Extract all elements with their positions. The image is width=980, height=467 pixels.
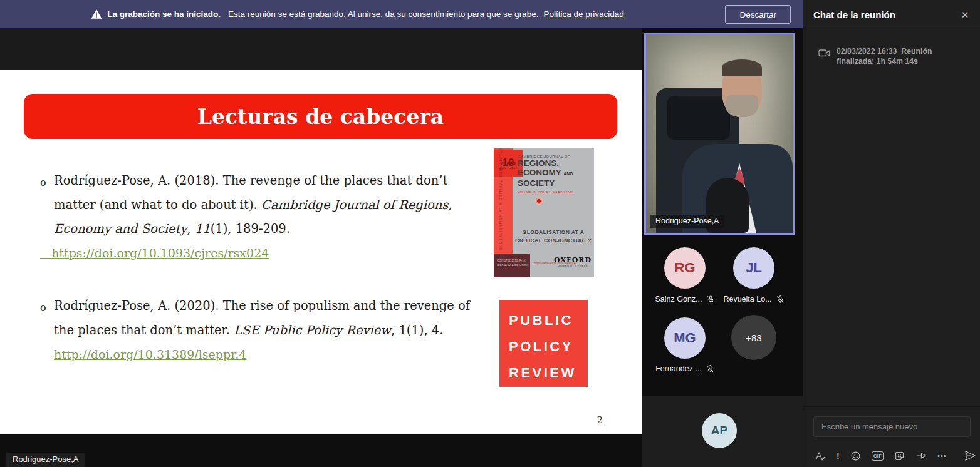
feature-line: GLOBALISATION AT A — [515, 228, 592, 237]
recording-consent-text: Esta reunión se está grabando. Al unirse… — [228, 9, 538, 19]
slide-page-number: 2 — [597, 414, 603, 426]
cover-feature-title: GLOBALISATION AT A CRITICAL CONJUNCTURE? — [515, 228, 592, 245]
reference-item: oRodríguez-Pose, A. (2018). The revenge … — [40, 169, 486, 242]
avatar-initials: JL — [746, 260, 762, 276]
cover-header-line: REGIONS, — [518, 158, 573, 168]
recording-started-label: La grabación se ha iniciado. — [107, 9, 221, 19]
cjres-journal-cover: 10 YEARS 2007 – 2017 CAMBRIDGE JOURNAL O… — [494, 148, 594, 277]
sticker-icon[interactable] — [894, 450, 905, 461]
cover-issn-block: ISSN 1752-1378 (Print) ISSN 1752-1386 (O… — [494, 254, 530, 277]
event-text: 02/03/2022 16:33 Reunión finalizada: 1h … — [837, 46, 959, 66]
compose-area: ! GIF — [803, 406, 980, 467]
forward-icon[interactable] — [915, 450, 927, 461]
participant-avatar-jl[interactable]: JL — [733, 247, 774, 289]
reference-text: (1), 189-209. — [211, 222, 290, 236]
cover-side-text: GLOBALISATION AT A CRITICAL CONJUNCTURE? — [499, 185, 503, 250]
more-options-icon[interactable]: ••• — [937, 450, 947, 461]
participant-name: Fernandez ... — [655, 364, 702, 373]
recording-banner-text: La grabación se ha iniciado. Esta reunió… — [91, 9, 623, 19]
speaker-video-tile[interactable]: Rodriguez-Pose,A — [644, 33, 795, 235]
feature-line: CRITICAL CONJUNCTURE? — [515, 237, 592, 245]
doi-link[interactable]: http://doi.org/10.31389/lseppr.4 — [54, 342, 486, 367]
chat-header: Chat de la reunión — [803, 0, 980, 29]
cover-target-dot — [535, 197, 543, 205]
participant-avatar-mg[interactable]: MG — [664, 317, 706, 359]
stage-top-strip — [0, 28, 642, 70]
cover-header-and: AND — [563, 172, 573, 176]
teams-meeting-window: La grabación se ha iniciado. Esta reunió… — [0, 0, 980, 467]
cover-header-line: ECONOMY — [518, 168, 561, 177]
publisher-sub: UNIVERSITY PRESS — [554, 264, 592, 267]
participant-label: Revuelta Lo... — [713, 295, 795, 304]
gif-label: GIF — [872, 451, 884, 461]
ppr-journal-cover: PUBLIC POLICY REVIEW — [499, 300, 588, 387]
cover-header-line: SOCIETY — [518, 178, 573, 188]
message-input[interactable] — [813, 416, 971, 437]
speaker-hair — [722, 59, 762, 76]
dismiss-button[interactable]: Descartar — [725, 5, 791, 24]
issn-line: ISSN 1752-1378 (Print) — [497, 259, 530, 263]
doi-link[interactable]: https://doi.org/10.1093/cjres/rsx024 — [40, 246, 269, 260]
slide-title-text: Lecturas de cabecera — [197, 105, 444, 129]
participant-avatar-ap[interactable]: AP — [702, 413, 737, 448]
participant-label: Fernandez ... — [644, 364, 726, 373]
participants-rail: Rodriguez-Pose,A RG JL Sainz Gonz... Rev… — [642, 28, 803, 467]
gif-icon[interactable]: GIF — [872, 450, 884, 461]
priority-icon[interactable]: ! — [837, 450, 840, 461]
avatar-initials: MG — [674, 330, 696, 346]
mic-off-icon — [776, 295, 785, 304]
ppr-line: REVIEW — [509, 360, 588, 386]
overflow-participants-avatar[interactable]: +83 — [731, 315, 776, 360]
reference-text: , — [187, 222, 194, 236]
warning-icon — [91, 9, 102, 19]
reference-item: oRodríguez-Pose, A. (2020). The rise of … — [40, 294, 486, 367]
recording-banner: La grabación se ha iniciado. Esta reunió… — [0, 0, 803, 28]
cover-header: CAMBRIDGE JOURNAL OF REGIONS, ECONOMY AN… — [518, 155, 573, 194]
slide-title-banner: Lecturas de cabecera — [24, 94, 617, 139]
mic-off-icon — [706, 364, 714, 373]
participant-name: Revuelta Lo... — [723, 295, 771, 304]
bullet-marker: o — [40, 171, 46, 195]
meeting-stage: Lecturas de cabecera oRodríguez-Pose, A.… — [0, 28, 803, 467]
privacy-policy-link[interactable]: Política de privacidad — [543, 9, 623, 19]
video-name-tag: Rodriguez-Pose,A — [650, 215, 724, 228]
bullet-marker: o — [40, 296, 46, 321]
send-icon[interactable] — [964, 450, 976, 461]
format-icon[interactable] — [815, 450, 826, 461]
issn-line: ISSN 1752-1386 (Online) — [497, 263, 530, 267]
badge-years: YEARS — [500, 162, 516, 165]
chair-headrest — [667, 96, 730, 140]
speaker-video-feed — [646, 34, 793, 233]
ppr-line: POLICY — [509, 334, 588, 360]
emoji-icon[interactable] — [850, 450, 861, 461]
event-timestamp: 02/03/2022 16:33 — [837, 47, 897, 56]
avatar-initials: RG — [675, 260, 696, 276]
oxford-logo: OXFORD UNIVERSITY PRESS — [554, 256, 592, 267]
publisher-name: OXFORD — [554, 256, 592, 264]
compose-toolbar: ! GIF — [815, 450, 947, 461]
close-icon[interactable]: ✕ — [957, 8, 972, 23]
reference-volume: 11 — [195, 222, 211, 236]
shared-slide: Lecturas de cabecera oRodríguez-Pose, A.… — [0, 70, 642, 434]
meeting-ended-event: 02/03/2022 16:33 Reunión finalizada: 1h … — [818, 46, 959, 66]
camera-icon — [818, 48, 830, 58]
presenter-name-tag: Rodriguez-Pose,A — [6, 453, 85, 467]
self-view-section: AP — [642, 396, 803, 467]
participant-avatar-rg[interactable]: RG — [664, 247, 706, 289]
reference-text: , 1(1), 4. — [391, 323, 443, 337]
speaker-beard — [726, 95, 758, 117]
overflow-count: +83 — [746, 332, 761, 343]
chat-title: Chat de la reunión — [813, 9, 895, 20]
ppr-line: PUBLIC — [509, 307, 588, 334]
avatar-initials: AP — [711, 424, 727, 438]
chat-panel: Chat de la reunión ✕ 02/03/2022 16:33 Re… — [803, 0, 980, 467]
cover-issue-line: VOLUME 11, ISSUE 1, MARCH 2018 — [518, 191, 573, 194]
reference-journal: LSE Public Policy Review — [234, 323, 391, 337]
participant-name: Sainz Gonz... — [655, 295, 702, 304]
